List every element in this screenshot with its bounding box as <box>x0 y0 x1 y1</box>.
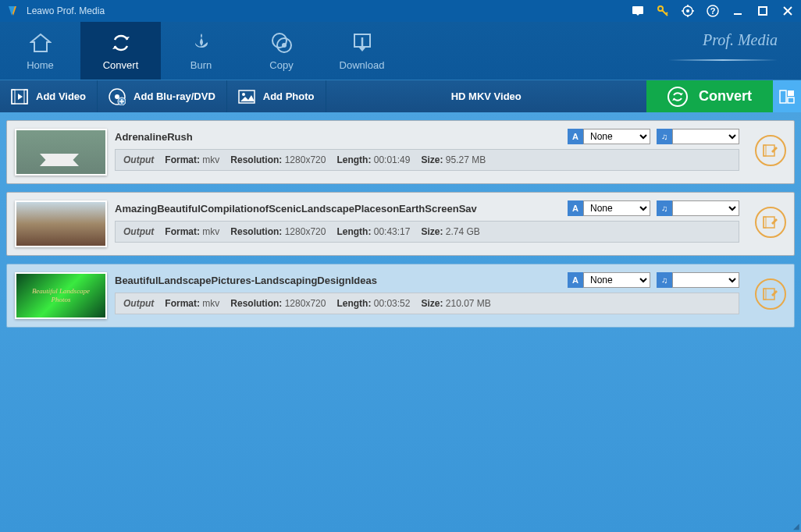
resize-handle[interactable]: ◢ <box>793 522 799 530</box>
svg-rect-50 <box>764 289 766 300</box>
item-title: AdrenalineRush <box>115 131 561 143</box>
svg-rect-48 <box>764 217 766 228</box>
add-photo-button[interactable]: Add Photo <box>227 80 326 112</box>
titlebar-buttons: ? <box>631 4 795 18</box>
subtitle-icon: A <box>568 129 583 144</box>
audio-select[interactable] <box>672 129 739 144</box>
main-tabs: Home Convert Burn Copy Download Prof. Me… <box>0 22 801 80</box>
svg-rect-2 <box>632 6 643 14</box>
subtitle-dropdown[interactable]: A None <box>568 272 650 288</box>
svg-marker-19 <box>31 34 50 51</box>
subtitle-select[interactable]: None <box>583 129 650 144</box>
svg-point-33 <box>115 94 119 99</box>
subtitle-select[interactable]: None <box>583 272 650 288</box>
svg-marker-39 <box>240 95 255 101</box>
thumbnail[interactable] <box>15 129 107 176</box>
subtitle-dropdown[interactable]: A None <box>568 200 650 216</box>
resolution-label: Resolution: <box>230 154 282 165</box>
titlebar: Leawo Prof. Media ? <box>0 0 801 22</box>
format-value: mkv <box>202 226 219 237</box>
audio-dropdown[interactable]: ♫ <box>657 129 739 144</box>
tab-burn-label: Burn <box>190 59 212 71</box>
svg-marker-31 <box>18 94 23 100</box>
edit-button[interactable] <box>755 278 786 310</box>
close-button[interactable] <box>781 4 795 18</box>
layout-icon <box>779 90 795 104</box>
tab-burn[interactable]: Burn <box>161 22 241 80</box>
output-info: Output Format: mkv Resolution: 1280x720 … <box>115 221 739 243</box>
tab-home[interactable]: Home <box>0 22 80 80</box>
svg-rect-43 <box>788 90 794 96</box>
media-item[interactable]: Beautiful LandscapePhotos BeautifulLands… <box>6 264 795 328</box>
tab-home-label: Home <box>27 59 54 71</box>
audio-dropdown[interactable]: ♫ <box>657 272 739 288</box>
help-icon[interactable]: ? <box>706 4 720 18</box>
add-video-label: Add Video <box>36 90 86 102</box>
edit-button[interactable] <box>755 207 786 238</box>
svg-point-38 <box>242 93 245 96</box>
app-title: Leawo Prof. Media <box>27 5 631 16</box>
resolution-label: Resolution: <box>230 226 282 237</box>
subtitle-icon: A <box>568 200 583 216</box>
layout-toggle-button[interactable] <box>773 80 801 112</box>
size-label: Size: <box>421 154 443 165</box>
convert-button-label: Convert <box>699 88 752 105</box>
audio-dropdown[interactable]: ♫ <box>657 200 739 216</box>
thumbnail[interactable]: Beautiful LandscapePhotos <box>15 272 107 319</box>
tab-copy[interactable]: Copy <box>241 22 322 80</box>
settings-icon[interactable] <box>681 4 695 18</box>
resolution-value: 1280x720 <box>285 154 326 165</box>
output-info: Output Format: mkv Resolution: 1280x720 … <box>115 293 739 314</box>
download-icon <box>351 31 374 55</box>
tab-convert-label: Convert <box>103 59 139 71</box>
convert-action-icon <box>668 87 688 107</box>
size-label: Size: <box>421 298 443 309</box>
add-bluray-label: Add Blu-ray/DVD <box>134 90 215 102</box>
tab-convert[interactable]: Convert <box>80 22 161 80</box>
audio-select[interactable] <box>672 272 739 288</box>
content-area: AdrenalineRush A None ♫ Output Format: m… <box>0 112 801 532</box>
format-label: Format: <box>165 154 200 165</box>
add-bluray-button[interactable]: Add Blu-ray/DVD <box>98 80 227 112</box>
format-value: mkv <box>202 154 219 165</box>
svg-rect-44 <box>788 98 794 103</box>
svg-text:?: ? <box>710 6 716 16</box>
add-video-button[interactable]: Add Video <box>0 80 98 112</box>
thumbnail[interactable] <box>15 200 107 247</box>
media-item[interactable]: AdrenalineRush A None ♫ Output Format: m… <box>6 120 795 184</box>
output-label: Output <box>123 226 154 237</box>
edit-button[interactable] <box>755 135 786 166</box>
output-info: Output Format: mkv Resolution: 1280x720 … <box>115 149 739 171</box>
toolbar: Add Video Add Blu-ray/DVD Add Photo HD M… <box>0 80 801 112</box>
maximize-button[interactable] <box>756 4 770 18</box>
length-value: 00:01:49 <box>374 154 411 165</box>
length-label: Length: <box>336 298 371 309</box>
svg-point-8 <box>686 9 689 12</box>
output-label: Output <box>123 154 154 165</box>
key-icon[interactable] <box>656 4 670 18</box>
minimize-button[interactable] <box>731 4 745 18</box>
output-label: Output <box>123 298 154 309</box>
size-value: 2.74 GB <box>446 226 480 237</box>
subtitle-icon: A <box>568 272 583 288</box>
svg-rect-42 <box>780 90 786 103</box>
audio-select[interactable] <box>672 200 739 216</box>
photo-icon <box>238 88 255 105</box>
convert-button[interactable]: Convert <box>646 80 773 112</box>
size-label: Size: <box>421 226 443 237</box>
audio-icon: ♫ <box>657 200 672 216</box>
svg-point-24 <box>282 43 287 48</box>
length-value: 00:03:52 <box>374 298 411 309</box>
output-profile[interactable]: HD MKV Video <box>326 90 647 102</box>
subtitle-select[interactable]: None <box>583 200 650 216</box>
subtitle-dropdown[interactable]: A None <box>568 129 650 144</box>
prof-media-logo: Prof. Media <box>703 31 778 49</box>
resolution-value: 1280x720 <box>285 298 326 309</box>
video-icon <box>11 88 28 105</box>
item-body: AmazingBeautifulCompilationofScenicLands… <box>115 200 739 243</box>
message-icon[interactable] <box>631 4 645 18</box>
media-item[interactable]: AmazingBeautifulCompilationofScenicLands… <box>6 192 795 256</box>
format-label: Format: <box>165 298 200 309</box>
tab-download[interactable]: Download <box>322 22 402 80</box>
format-value: mkv <box>202 298 219 309</box>
